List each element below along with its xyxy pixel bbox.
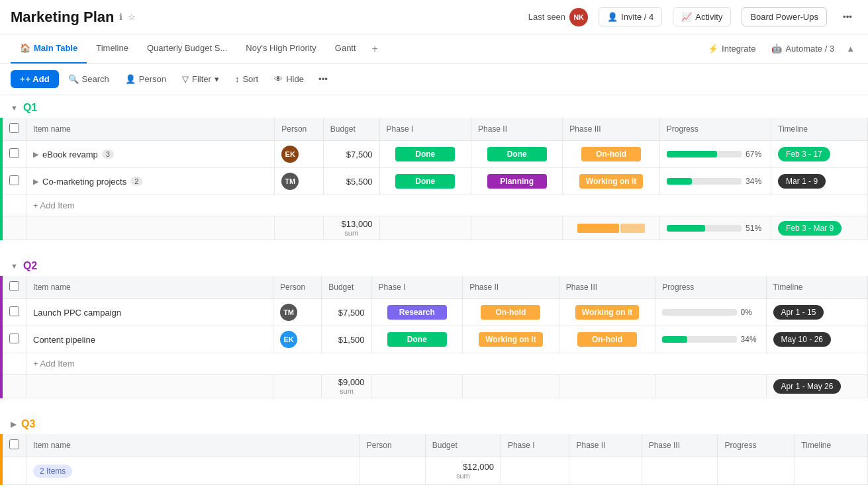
- filter-button[interactable]: ▽ Filter ▾: [175, 70, 226, 88]
- q3-table-wrap: Item name Person Budget Phase I Phase II…: [0, 434, 868, 485]
- q1-row1-progress-pct: 67%: [746, 150, 764, 159]
- table-row: ▶ Co-marketing projects 2 ⊕ TM $5,500 Do…: [1, 168, 868, 195]
- q1-collapse-icon[interactable]: ▼: [11, 104, 18, 112]
- q1-add-item-label[interactable]: + Add Item: [26, 195, 868, 216]
- q2-checkbox-col: [1, 276, 26, 299]
- q2-add-item-row[interactable]: + Add Item: [1, 353, 868, 375]
- q2-row2-phase2-badge: Working on it: [479, 332, 542, 347]
- group-q3-header[interactable]: ▶ Q3: [0, 412, 868, 434]
- q1-row2-phase1-badge: Done: [395, 174, 455, 189]
- info-icon[interactable]: ℹ: [119, 12, 122, 22]
- star-icon[interactable]: ☆: [128, 12, 136, 22]
- q1-col-budget: Budget: [323, 118, 379, 141]
- collapse-tabs-icon[interactable]: ▲: [844, 41, 857, 56]
- add-icon: +: [20, 74, 25, 84]
- tab-timeline[interactable]: Timeline: [87, 34, 138, 64]
- table-row: ▶ eBook revamp 3 ⊕ EK $7,500 Done Done: [1, 141, 868, 168]
- q1-row1-avatar: EK: [281, 146, 299, 163]
- q1-row2-timeline: Mar 1 - 9: [771, 168, 868, 195]
- more-options-button[interactable]: •••: [838, 8, 857, 26]
- tab-gantt[interactable]: Gantt: [326, 34, 365, 64]
- q2-row1-phase2: On-hold: [463, 299, 559, 326]
- q1-row1-phase3: On-hold: [563, 141, 659, 168]
- app-header: Marketing Plan ℹ ☆ Last seen NK 👤 Invite…: [0, 0, 868, 34]
- toolbar: + + Add 🔍 Search 👤 Person ▽ Filter ▾ ↕ S…: [0, 64, 868, 95]
- q1-row2-progress-cell: 34%: [659, 168, 771, 195]
- q3-sum-budget: $12,000 sum: [425, 457, 501, 485]
- q1-col-phase3: Phase III: [563, 118, 659, 141]
- q1-row1-expand-icon[interactable]: ▶: [33, 150, 38, 159]
- q1-sum-timeline-badge: Feb 3 - Mar 9: [778, 221, 842, 236]
- integrate-button[interactable]: ⚡ Integrate: [701, 40, 762, 57]
- toolbar-more-button[interactable]: •••: [313, 70, 333, 88]
- sort-icon: ↕: [235, 74, 240, 84]
- q2-row2-timeline: May 10 - 26: [766, 326, 867, 353]
- q2-row1-checkbox[interactable]: [9, 306, 19, 316]
- group-q1-header[interactable]: ▼ Q1: [0, 95, 868, 118]
- q2-collapse-icon[interactable]: ▼: [11, 262, 18, 270]
- q1-row2-checkbox[interactable]: [9, 175, 19, 185]
- q3-col-progress: Progress: [718, 434, 795, 457]
- q2-col-progress: Progress: [655, 276, 766, 299]
- q1-row2-timeline-badge: Mar 1 - 9: [778, 174, 826, 189]
- person-button[interactable]: 👤 Person: [119, 70, 173, 88]
- q2-row1-phase1: Research: [371, 299, 463, 326]
- q1-sum-phase3: [563, 216, 659, 240]
- hide-button[interactable]: 👁 Hide: [267, 70, 311, 88]
- q1-row1-phase1-badge: Done: [395, 147, 455, 161]
- q2-row1-avatar: TM: [280, 304, 297, 321]
- q1-col-timeline: Timeline: [771, 118, 868, 141]
- table-row: Content pipeline ⊕ EK $1,500 Done Workin…: [1, 326, 868, 353]
- q1-select-all[interactable]: [9, 123, 19, 133]
- q2-row1-person-cell: TM: [273, 299, 322, 326]
- q2-row2-phase1-badge: Done: [387, 332, 447, 347]
- q2-row1-phase3-badge: Working on it: [575, 305, 639, 320]
- tab-noy-priority[interactable]: Noy's High Priority: [236, 34, 326, 64]
- board-powerups-button[interactable]: Board Power-Ups: [742, 7, 827, 26]
- q1-row2-progress-bar: [667, 178, 742, 185]
- add-button[interactable]: + + Add: [11, 70, 59, 88]
- q3-col-phase1: Phase I: [501, 434, 569, 457]
- page-title: Marketing Plan: [11, 9, 114, 26]
- filter-icon: ▽: [182, 74, 189, 84]
- q1-row1-progress-cell: 67%: [659, 141, 771, 168]
- q1-row1-checkbox[interactable]: [9, 148, 19, 158]
- q2-col-person: Person: [273, 276, 322, 299]
- q1-row2-person-cell: TM: [275, 168, 324, 195]
- q1-row2-sub-count: 2: [130, 177, 142, 186]
- q1-add-item-row[interactable]: + Add Item: [1, 195, 868, 216]
- q2-col-name: Item name: [26, 276, 273, 299]
- q2-row1-progress-cell: 0%: [655, 299, 766, 326]
- main-content: ▼ Q1 Item name Person Budget Phase I Pha…: [0, 95, 868, 488]
- q1-row2-expand-icon[interactable]: ▶: [33, 177, 38, 186]
- q2-row2-checkbox[interactable]: [9, 333, 19, 343]
- q1-sum-budget: $13,000 sum: [323, 216, 379, 240]
- q1-sum-progress-fill: [667, 225, 705, 232]
- q1-row2-phase1: Done: [379, 168, 471, 195]
- tab-main-table[interactable]: 🏠 Main Table: [11, 34, 87, 64]
- q1-col-phase2: Phase II: [471, 118, 562, 141]
- q3-collapse-icon[interactable]: ▶: [11, 420, 16, 429]
- add-tab-button[interactable]: +: [365, 36, 385, 62]
- invite-button[interactable]: 👤 Invite / 4: [599, 7, 662, 26]
- tabs-bar: 🏠 Main Table Timeline Quarterly Budget S…: [0, 34, 868, 64]
- q3-select-all[interactable]: [9, 439, 19, 449]
- hide-icon: 👁: [274, 74, 283, 84]
- q3-collapsed-row: 2 Items $12,000 sum: [1, 457, 868, 485]
- q2-add-item-label[interactable]: + Add Item: [26, 353, 868, 375]
- q3-header-row: Item name Person Budget Phase I Phase II…: [1, 434, 868, 457]
- group-q2-header[interactable]: ▼ Q2: [0, 253, 868, 276]
- search-button[interactable]: 🔍 Search: [62, 70, 116, 88]
- tab-quarterly-budget[interactable]: Quarterly Budget S...: [138, 34, 236, 64]
- q2-row1-name: Launch PPC campaign: [33, 308, 121, 318]
- search-icon: 🔍: [68, 74, 79, 84]
- q2-select-all[interactable]: [9, 281, 19, 291]
- activity-icon: 📈: [681, 12, 692, 22]
- automate-button[interactable]: 🤖 Automate / 3: [765, 40, 841, 57]
- activity-button[interactable]: 📈 Activity: [673, 7, 731, 26]
- q2-row1-name-cell: Launch PPC campaign ⊕: [26, 299, 273, 326]
- sort-button[interactable]: ↕ Sort: [228, 70, 265, 88]
- q3-items-count-badge: 2 Items: [33, 465, 72, 478]
- q3-items-count-cell: 2 Items: [26, 457, 360, 485]
- q1-checkbox-col: [1, 118, 26, 141]
